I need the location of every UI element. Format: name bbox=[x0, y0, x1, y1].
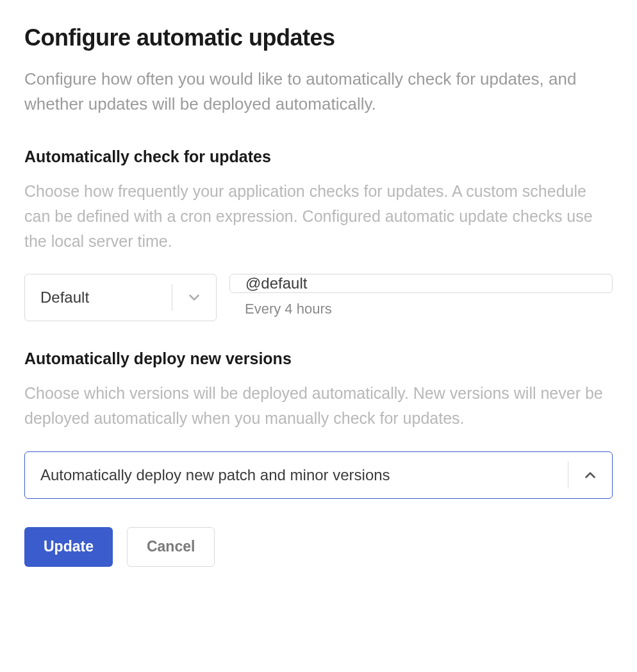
cron-helper-text: Every 4 hours bbox=[229, 301, 613, 317]
deploy-description: Choose which versions will be deployed a… bbox=[24, 381, 613, 431]
page-description: Configure how often you would like to au… bbox=[24, 67, 613, 117]
cron-input[interactable] bbox=[229, 274, 613, 293]
page-title: Configure automatic updates bbox=[24, 24, 613, 51]
action-buttons: Update Cancel bbox=[24, 527, 613, 567]
schedule-select[interactable]: Default bbox=[24, 274, 217, 321]
deploy-select[interactable]: Automatically deploy new patch and minor… bbox=[24, 451, 613, 499]
update-button[interactable]: Update bbox=[24, 527, 113, 567]
check-updates-heading: Automatically check for updates bbox=[24, 147, 613, 166]
check-updates-controls: Default Every 4 hours bbox=[24, 274, 613, 321]
schedule-select-value: Default bbox=[25, 289, 172, 307]
chevron-up-icon bbox=[568, 467, 612, 483]
deploy-select-value: Automatically deploy new patch and minor… bbox=[25, 466, 568, 484]
check-updates-section: Automatically check for updates Choose h… bbox=[24, 147, 613, 321]
chevron-down-icon bbox=[172, 289, 216, 306]
check-updates-description: Choose how frequently your application c… bbox=[24, 179, 613, 253]
deploy-heading: Automatically deploy new versions bbox=[24, 349, 613, 368]
cancel-button[interactable]: Cancel bbox=[127, 527, 215, 567]
deploy-section: Automatically deploy new versions Choose… bbox=[24, 349, 613, 499]
